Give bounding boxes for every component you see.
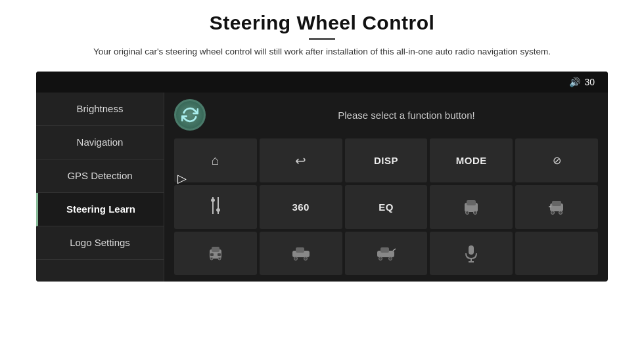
volume-value: 30 [584,77,595,87]
car-icon-2 [547,198,566,216]
car-ui-panel: 🔊 30 Brightness Navigation GPS Detection… [36,72,608,282]
svg-point-11 [559,211,563,215]
grid-cell-eq[interactable]: EQ [345,185,428,229]
page-title: Steering Wheel Control [93,12,551,34]
grid-cell-360[interactable]: 360 [260,185,342,229]
svg-point-21 [294,257,297,260]
svg-rect-20 [296,247,304,253]
sidebar-item-brightness[interactable]: Brightness [36,93,164,126]
back-icon: ↩ [295,153,306,169]
svg-rect-15 [210,253,214,256]
svg-rect-24 [380,247,389,253]
car-side-icon [291,245,311,261]
svg-rect-14 [212,247,219,252]
sidebar-item-gps-detection[interactable]: GPS Detection [36,159,164,193]
svg-point-6 [466,211,469,215]
grid-cell-icon8[interactable] [430,185,513,229]
grid-cell-car-side[interactable] [260,232,342,276]
svg-point-25 [379,257,382,260]
grid-cell-icon9[interactable] [515,185,598,229]
grid-cell-phone-mute[interactable]: ⊘ [515,138,598,182]
grid-area: ⌂ ↩ DISP MODE ⊘ [174,138,598,275]
top-bar: 🔊 30 [36,72,608,93]
car-icon-1 [462,198,480,216]
grid-cell-home[interactable]: ⌂ [174,138,257,182]
function-prompt: Please select a function button! [215,110,598,121]
mic-icon [465,244,478,262]
grid-cell-mic[interactable] [430,232,513,276]
sidebar-item-steering-learn[interactable]: Steering Learn [36,193,164,226]
eq-label: EQ [379,201,394,213]
subtitle: Your original car's steering wheel contr… [93,45,551,58]
grid-cell-car-out[interactable] [345,232,428,276]
svg-point-7 [474,211,477,215]
sync-button[interactable] [174,99,206,131]
main-content: Brightness Navigation GPS Detection Stee… [36,93,608,282]
phone-mute-icon: ⊘ [553,154,561,167]
tune-icon [208,197,223,217]
svg-point-26 [389,257,392,260]
svg-rect-5 [467,200,476,205]
svg-rect-16 [218,253,221,256]
home-icon: ⌂ [212,153,219,168]
right-panel: Please select a function button! ⌂ ↩ DIS… [164,93,608,282]
page-container: Steering Wheel Control Your original car… [0,0,644,357]
title-section: Steering Wheel Control Your original car… [93,12,551,58]
grid-cell-empty [515,232,598,276]
svg-line-27 [393,249,396,251]
sidebar-item-navigation[interactable]: Navigation [36,126,164,159]
title-divider [309,38,335,40]
svg-point-22 [304,257,307,260]
360-label: 360 [292,201,310,213]
svg-point-10 [551,211,555,215]
volume-icon: 🔊 [569,77,580,87]
sidebar: Brightness Navigation GPS Detection Stee… [36,93,164,282]
car-front-icon [206,244,225,262]
mode-label: MODE [456,155,487,166]
disp-label: DISP [374,155,398,166]
svg-rect-28 [469,245,474,255]
svg-rect-9 [552,201,561,206]
sidebar-item-logo-settings[interactable]: Logo Settings [36,226,164,260]
car-out-icon [376,245,396,261]
grid-cell-car-front[interactable] [174,232,257,276]
grid-cell-mode[interactable]: MODE [430,138,513,182]
svg-point-18 [218,257,221,260]
grid-cell-disp[interactable]: DISP [345,138,428,182]
grid-cell-tune[interactable] [174,185,257,229]
svg-point-17 [210,257,213,260]
grid-cell-back[interactable]: ↩ [260,138,342,182]
function-bar: Please select a function button! [174,99,598,131]
